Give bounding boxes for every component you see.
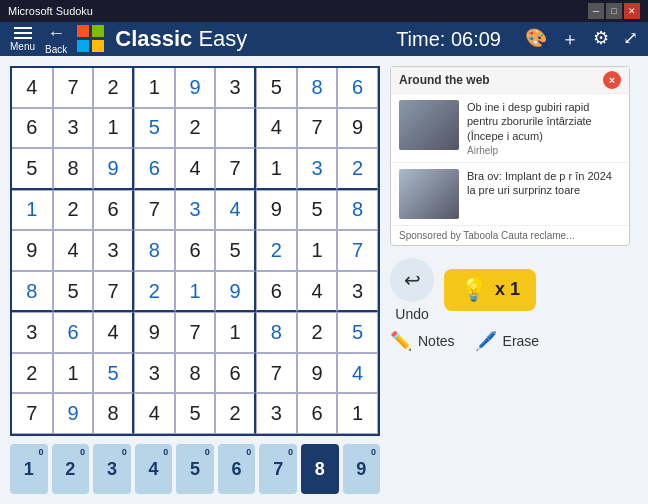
cell-43[interactable]: 1 [297, 230, 338, 271]
cell-31[interactable]: 3 [175, 190, 216, 231]
cell-13[interactable]: 2 [175, 108, 216, 149]
num-btn-3[interactable]: 30 [93, 444, 131, 494]
cell-65[interactable]: 5 [93, 353, 134, 394]
cell-58[interactable]: 7 [175, 312, 216, 353]
ad-close-button[interactable]: × [603, 71, 621, 89]
add-icon[interactable]: ＋ [561, 27, 579, 51]
cell-72[interactable]: 7 [12, 393, 53, 434]
cell-37[interactable]: 4 [53, 230, 94, 271]
cell-21[interactable]: 6 [134, 148, 175, 190]
maximize-button[interactable]: □ [606, 3, 622, 19]
cell-75[interactable]: 4 [134, 393, 175, 434]
ad-item-1[interactable]: Bra ov: Implant de p r în 2024 la pre ur… [391, 162, 629, 225]
minimize-button[interactable]: ─ [588, 3, 604, 19]
num-btn-7[interactable]: 70 [259, 444, 297, 494]
cell-9[interactable]: 6 [12, 108, 53, 149]
ad-item-0[interactable]: Ob ine i desp gubiri rapid pentru zborur… [391, 93, 629, 162]
cell-2[interactable]: 2 [93, 68, 134, 108]
cell-62[interactable]: 5 [337, 312, 378, 353]
cell-66[interactable]: 3 [134, 353, 175, 394]
num-btn-1[interactable]: 10 [10, 444, 48, 494]
cell-34[interactable]: 5 [297, 190, 338, 231]
cell-51[interactable]: 6 [256, 271, 297, 313]
menu-button[interactable]: Menu [10, 27, 35, 52]
notes-button[interactable]: ✏️ Notes [390, 330, 455, 352]
cell-36[interactable]: 9 [12, 230, 53, 271]
back-button[interactable]: ← Back [45, 24, 67, 55]
cell-48[interactable]: 2 [134, 271, 175, 313]
cell-19[interactable]: 8 [53, 148, 94, 190]
cell-39[interactable]: 8 [134, 230, 175, 271]
cell-74[interactable]: 8 [93, 393, 134, 434]
cell-41[interactable]: 5 [215, 230, 256, 271]
cell-1[interactable]: 7 [53, 68, 94, 108]
cell-70[interactable]: 9 [297, 353, 338, 394]
cell-52[interactable]: 4 [297, 271, 338, 313]
cell-46[interactable]: 5 [53, 271, 94, 313]
cell-67[interactable]: 8 [175, 353, 216, 394]
cell-49[interactable]: 1 [175, 271, 216, 313]
cell-12[interactable]: 5 [134, 108, 175, 149]
cell-3[interactable]: 1 [134, 68, 175, 108]
cell-71[interactable]: 4 [337, 353, 378, 394]
cell-73[interactable]: 9 [53, 393, 94, 434]
cell-14[interactable] [215, 108, 256, 149]
cell-8[interactable]: 6 [337, 68, 378, 108]
cell-22[interactable]: 4 [175, 148, 216, 190]
num-btn-9[interactable]: 90 [343, 444, 381, 494]
cell-42[interactable]: 2 [256, 230, 297, 271]
cell-69[interactable]: 7 [256, 353, 297, 394]
erase-button[interactable]: 🖊️ Erase [475, 330, 540, 352]
cell-79[interactable]: 6 [297, 393, 338, 434]
cell-24[interactable]: 1 [256, 148, 297, 190]
cell-26[interactable]: 2 [337, 148, 378, 190]
undo-button[interactable]: ↩ Undo [390, 258, 434, 322]
cell-25[interactable]: 3 [297, 148, 338, 190]
cell-17[interactable]: 9 [337, 108, 378, 149]
cell-30[interactable]: 7 [134, 190, 175, 231]
cell-0[interactable]: 4 [12, 68, 53, 108]
cell-16[interactable]: 7 [297, 108, 338, 149]
num-btn-5[interactable]: 50 [176, 444, 214, 494]
cell-50[interactable]: 9 [215, 271, 256, 313]
cell-80[interactable]: 1 [337, 393, 378, 434]
cell-45[interactable]: 8 [12, 271, 53, 313]
cell-60[interactable]: 8 [256, 312, 297, 353]
cell-38[interactable]: 3 [93, 230, 134, 271]
cell-35[interactable]: 8 [337, 190, 378, 231]
cell-11[interactable]: 1 [93, 108, 134, 149]
cell-61[interactable]: 2 [297, 312, 338, 353]
cell-6[interactable]: 5 [256, 68, 297, 108]
cell-77[interactable]: 2 [215, 393, 256, 434]
num-btn-8[interactable]: 8 [301, 444, 339, 494]
cell-64[interactable]: 1 [53, 353, 94, 394]
cell-4[interactable]: 9 [175, 68, 216, 108]
cell-78[interactable]: 3 [256, 393, 297, 434]
close-button[interactable]: ✕ [624, 3, 640, 19]
cell-20[interactable]: 9 [93, 148, 134, 190]
hint-button[interactable]: 💡 x 1 [444, 269, 536, 311]
num-btn-4[interactable]: 40 [135, 444, 173, 494]
cell-63[interactable]: 2 [12, 353, 53, 394]
cell-40[interactable]: 6 [175, 230, 216, 271]
cell-32[interactable]: 4 [215, 190, 256, 231]
cell-15[interactable]: 4 [256, 108, 297, 149]
cell-57[interactable]: 9 [134, 312, 175, 353]
cell-44[interactable]: 7 [337, 230, 378, 271]
cell-28[interactable]: 2 [53, 190, 94, 231]
palette-icon[interactable]: 🎨 [525, 27, 547, 51]
cell-68[interactable]: 6 [215, 353, 256, 394]
cell-76[interactable]: 5 [175, 393, 216, 434]
settings-icon[interactable]: ⚙ [593, 27, 609, 51]
fullscreen-icon[interactable]: ⤢ [623, 27, 638, 51]
cell-7[interactable]: 8 [297, 68, 338, 108]
cell-59[interactable]: 1 [215, 312, 256, 353]
cell-18[interactable]: 5 [12, 148, 53, 190]
cell-55[interactable]: 6 [53, 312, 94, 353]
cell-53[interactable]: 3 [337, 271, 378, 313]
num-btn-2[interactable]: 20 [52, 444, 90, 494]
cell-5[interactable]: 3 [215, 68, 256, 108]
cell-27[interactable]: 1 [12, 190, 53, 231]
cell-29[interactable]: 6 [93, 190, 134, 231]
cell-56[interactable]: 4 [93, 312, 134, 353]
